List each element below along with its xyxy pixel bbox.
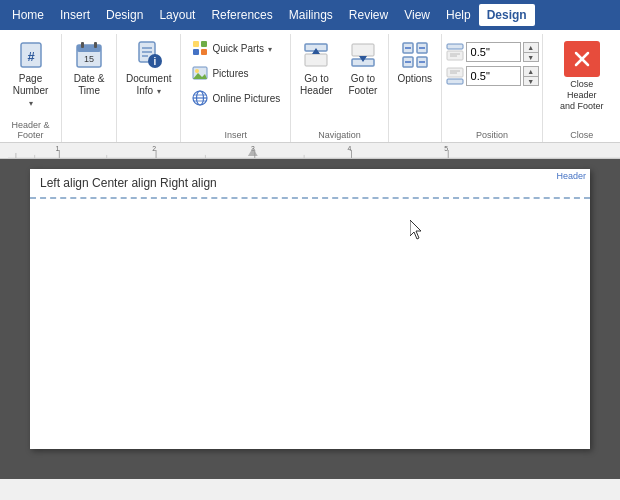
pictures-label: Pictures — [212, 68, 248, 79]
go-to-footer-icon — [347, 39, 379, 71]
doc-area: Left align Center align Right align Head… — [0, 159, 620, 479]
ribbon-group-insert: Quick Parts ▾ Pictures — [181, 34, 291, 142]
navigation-group-label: Navigation — [291, 130, 387, 140]
page-number-button[interactable]: # PageNumber ▾ — [4, 36, 57, 112]
close-header-footer-button[interactable]: Close Headerand Footer — [547, 36, 616, 126]
footer-position-spinner[interactable]: ▲ ▼ — [523, 66, 539, 86]
go-to-footer-label: Go toFooter — [348, 73, 377, 97]
body-section[interactable] — [30, 199, 590, 399]
quick-parts-label: Quick Parts ▾ — [212, 43, 271, 54]
ruler-content: 1 2 3 4 5 — [0, 143, 620, 158]
ruler: 1 2 3 4 5 — [0, 143, 620, 159]
svg-rect-16 — [201, 49, 207, 55]
svg-rect-44 — [447, 79, 463, 84]
page: Left align Center align Right align Head… — [30, 169, 590, 449]
svg-text:#: # — [27, 49, 35, 64]
header-section[interactable]: Left align Center align Right align Head… — [30, 169, 590, 199]
document-info-button[interactable]: i DocumentInfo ▾ — [121, 36, 177, 100]
online-pictures-label: Online Pictures — [212, 93, 280, 104]
header-spin-up[interactable]: ▲ — [523, 42, 539, 52]
options-label: Options — [398, 73, 432, 85]
header-text: Left align Center align Right align — [40, 176, 217, 190]
date-time-button[interactable]: 15 Date &Time — [68, 36, 110, 100]
online-pictures-button[interactable]: Online Pictures — [186, 86, 285, 110]
svg-rect-3 — [77, 45, 101, 52]
quick-parts-icon — [191, 39, 209, 57]
options-icon — [399, 39, 431, 71]
go-to-header-button[interactable]: Go toHeader — [295, 36, 338, 100]
go-to-footer-button[interactable]: Go toFooter — [342, 36, 384, 100]
svg-text:4: 4 — [348, 145, 352, 152]
ribbon-group-close: Close Headerand Footer Close — [543, 34, 620, 142]
svg-rect-5 — [94, 42, 97, 48]
header-position-spinner[interactable]: ▲ ▼ — [523, 42, 539, 62]
position-group-label: Position — [442, 130, 542, 140]
ribbon-group-options: Options — [389, 34, 442, 142]
date-time-icon: 15 — [73, 39, 105, 71]
go-to-header-label: Go toHeader — [300, 73, 333, 97]
ribbon-group-document-info: i DocumentInfo ▾ — [117, 34, 181, 142]
document-info-icon: i — [133, 39, 165, 71]
footer-spin-down[interactable]: ▼ — [523, 76, 539, 86]
header-footer-group-label: Header & Footer — [0, 120, 61, 140]
insert-group-label: Insert — [181, 130, 290, 140]
svg-marker-65 — [248, 148, 258, 156]
svg-point-18 — [195, 69, 199, 73]
svg-rect-15 — [193, 49, 199, 55]
svg-text:5: 5 — [444, 145, 448, 152]
menu-layout[interactable]: Layout — [151, 4, 203, 26]
page-number-label: PageNumber ▾ — [9, 73, 52, 109]
options-button[interactable]: Options — [393, 36, 437, 94]
pictures-button[interactable]: Pictures — [186, 61, 285, 85]
menu-insert[interactable]: Insert — [52, 4, 98, 26]
menu-design[interactable]: Design — [98, 4, 151, 26]
header-label: Header — [556, 171, 586, 181]
close-group-label: Close — [543, 130, 620, 140]
menu-mailings[interactable]: Mailings — [281, 4, 341, 26]
svg-rect-13 — [193, 41, 199, 47]
header-position-icon — [446, 43, 464, 61]
footer-position-icon — [446, 67, 464, 85]
header-position-row: ▲ ▼ — [446, 42, 539, 62]
footer-spin-up[interactable]: ▲ — [523, 66, 539, 76]
svg-text:15: 15 — [84, 54, 94, 64]
footer-position-input[interactable] — [466, 66, 521, 86]
header-position-input[interactable] — [466, 42, 521, 62]
menu-bar: Home Insert Design Layout References Mai… — [0, 0, 620, 30]
ribbon-group-navigation: Go toHeader Go toFooter Navigation — [291, 34, 388, 142]
menu-references[interactable]: References — [203, 4, 280, 26]
svg-text:2: 2 — [152, 145, 156, 152]
svg-rect-39 — [447, 44, 463, 49]
menu-design-active[interactable]: Design — [479, 4, 535, 26]
menu-view[interactable]: View — [396, 4, 438, 26]
quick-parts-button[interactable]: Quick Parts ▾ — [186, 36, 285, 60]
menu-review[interactable]: Review — [341, 4, 396, 26]
date-time-label: Date &Time — [74, 73, 105, 97]
close-header-footer-label: Close Headerand Footer — [554, 79, 609, 111]
document-info-label: DocumentInfo ▾ — [126, 73, 172, 97]
svg-rect-26 — [305, 54, 327, 66]
svg-text:i: i — [153, 56, 156, 67]
svg-rect-28 — [352, 44, 374, 56]
go-to-header-icon — [300, 39, 332, 71]
online-pictures-icon — [191, 89, 209, 107]
close-icon — [564, 41, 600, 77]
svg-text:1: 1 — [55, 145, 59, 152]
svg-rect-14 — [201, 41, 207, 47]
header-spin-down[interactable]: ▼ — [523, 52, 539, 62]
ribbon-group-position: ▲ ▼ ▲ ▼ Position — [442, 34, 543, 142]
ribbon: # PageNumber ▾ Header & Footer 15 — [0, 30, 620, 143]
ribbon-group-header-footer: # PageNumber ▾ Header & Footer — [0, 34, 62, 142]
ribbon-group-date-time: 15 Date &Time — [62, 34, 117, 142]
footer-position-row: ▲ ▼ — [446, 66, 539, 86]
page-number-icon: # — [15, 39, 47, 71]
pictures-icon — [191, 64, 209, 82]
menu-home[interactable]: Home — [4, 4, 52, 26]
svg-rect-4 — [81, 42, 84, 48]
menu-help[interactable]: Help — [438, 4, 479, 26]
